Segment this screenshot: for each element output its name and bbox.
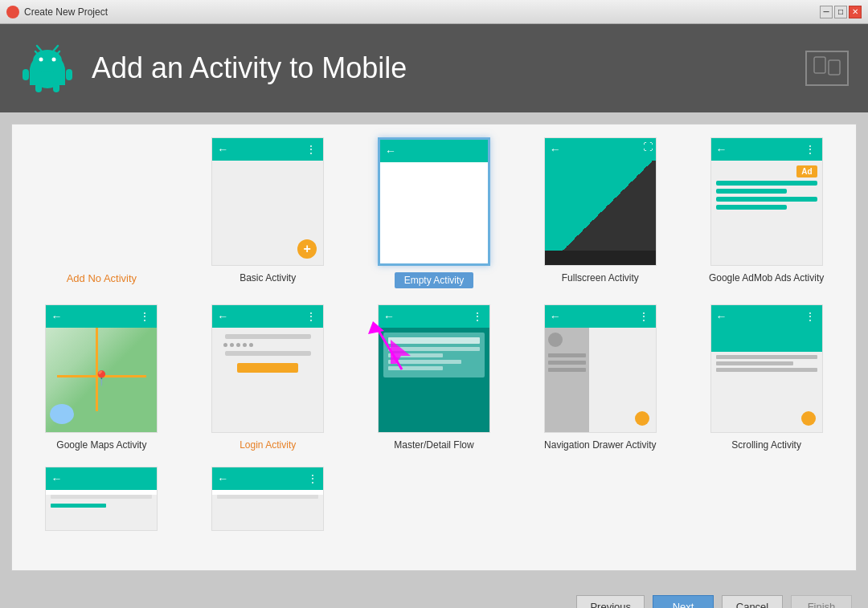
maps-header: ← ⋮ bbox=[46, 305, 157, 328]
menu-maps: ⋮ bbox=[139, 310, 152, 323]
partial-line3 bbox=[217, 495, 318, 499]
back-arrow-icon: ← bbox=[217, 143, 228, 156]
menu-p2: ⋮ bbox=[307, 472, 318, 485]
close-button[interactable]: ✕ bbox=[849, 6, 862, 18]
activity-item-login[interactable]: ← ⋮ Login Activity bbox=[191, 304, 345, 451]
master-card: ← ⋮ bbox=[378, 304, 490, 433]
minimize-button[interactable]: ─ bbox=[820, 6, 833, 18]
activity-item-admob[interactable]: ← ⋮ Ad Google AdMob Ads Activity bbox=[690, 137, 843, 288]
scroll-line1 bbox=[716, 355, 817, 359]
back-arrow-nav: ← bbox=[550, 310, 561, 323]
ad-badge: Ad bbox=[796, 165, 817, 178]
basic-activity-card: ← ⋮ + bbox=[211, 137, 324, 266]
dot3 bbox=[236, 343, 240, 347]
svg-point-14 bbox=[52, 58, 56, 62]
admob-card-body: Ad bbox=[711, 161, 822, 265]
svg-line-15 bbox=[37, 46, 42, 51]
fullscreen-activity-label: Fullscreen Activity bbox=[562, 272, 639, 284]
partial-body-1 bbox=[46, 495, 157, 531]
activity-item-fullscreen[interactable]: ← ⛶ Fullscreen Activity bbox=[523, 137, 677, 288]
back-arrow-icon-empty: ← bbox=[385, 145, 396, 157]
svg-rect-10 bbox=[35, 83, 42, 92]
back-arrow-p1: ← bbox=[51, 472, 62, 485]
map-pin-icon: 📍 bbox=[92, 369, 110, 387]
basic-card-body: + bbox=[212, 161, 323, 265]
svg-point-12 bbox=[33, 50, 62, 72]
app-icon bbox=[6, 6, 19, 18]
fs-bottom-bar bbox=[545, 251, 656, 265]
login-card-body bbox=[212, 328, 323, 432]
dot2 bbox=[230, 343, 234, 347]
svg-rect-17 bbox=[814, 57, 825, 73]
empty-activity-card: ← bbox=[378, 137, 490, 266]
dot1 bbox=[223, 343, 227, 347]
navdrawer-card: ← ⋮ bbox=[544, 304, 657, 433]
activity-item-master[interactable]: ← ⋮ Master/Detail bbox=[358, 304, 511, 451]
window-title: Create New Project bbox=[24, 6, 820, 18]
scroll-fab bbox=[801, 411, 816, 426]
page-title: Add an Activity to Mobile bbox=[92, 51, 407, 85]
title-bar: Create New Project ─ □ ✕ bbox=[0, 0, 868, 24]
activity-item-scrolling[interactable]: ← ⋮ Scrolling Activity bbox=[690, 304, 843, 451]
previous-button[interactable]: Previous bbox=[576, 595, 645, 608]
back-arrow-scroll: ← bbox=[716, 310, 727, 323]
activity-item-partial2[interactable]: ← ⋮ bbox=[191, 467, 345, 531]
dot5 bbox=[249, 343, 253, 347]
activity-item-add-no-activity[interactable]: Add No Activity bbox=[25, 137, 178, 288]
drawer-line3 bbox=[548, 368, 586, 372]
master-label: Master/Detail Flow bbox=[394, 439, 473, 451]
add-no-activity-preview bbox=[45, 137, 158, 266]
admob-line3 bbox=[716, 197, 817, 202]
activity-item-basic[interactable]: ← ⋮ + Basic Activity bbox=[191, 137, 345, 288]
menu-nav: ⋮ bbox=[638, 310, 651, 323]
diagonal-design bbox=[545, 161, 656, 265]
finish-button[interactable]: Finish bbox=[791, 595, 852, 608]
maps-card: ← ⋮ 📍 bbox=[45, 304, 158, 433]
partial-line2 bbox=[51, 504, 106, 508]
login-dots bbox=[217, 343, 253, 347]
menu-icon: ⋮ bbox=[305, 143, 318, 156]
device-icon-box bbox=[805, 51, 849, 86]
admob-label: Google AdMob Ads Activity bbox=[709, 272, 824, 284]
android-logo bbox=[19, 40, 76, 96]
dot4 bbox=[243, 343, 247, 347]
menu-scroll: ⋮ bbox=[805, 310, 817, 323]
empty-card-body bbox=[380, 162, 488, 263]
partial-body-2 bbox=[212, 495, 323, 531]
login-input2 bbox=[225, 351, 311, 356]
drawer-line2 bbox=[548, 361, 586, 365]
admob-line2 bbox=[716, 189, 787, 194]
menu-login: ⋮ bbox=[305, 310, 318, 323]
window-controls: ─ □ ✕ bbox=[820, 6, 862, 18]
cancel-button[interactable]: Cancel bbox=[722, 595, 783, 608]
nav-drawer-panel bbox=[545, 328, 589, 432]
activity-grid-container[interactable]: Add No Activity ← ⋮ + Basic Activity ← bbox=[11, 124, 857, 571]
drawer-avatar bbox=[548, 333, 563, 347]
svg-rect-8 bbox=[23, 69, 29, 80]
login-input1 bbox=[225, 334, 311, 339]
back-arrow-login: ← bbox=[217, 310, 228, 323]
back-arrow-master: ← bbox=[383, 310, 395, 323]
maximize-button[interactable]: □ bbox=[834, 6, 847, 18]
page-header: Add an Activity to Mobile bbox=[0, 24, 868, 112]
activity-item-empty[interactable]: ← Empty Activity bbox=[358, 137, 511, 288]
menu-admob: ⋮ bbox=[805, 143, 817, 156]
scrolling-card-body bbox=[711, 328, 822, 432]
activity-item-partial1[interactable]: ← bbox=[25, 467, 178, 531]
navdrawer-card-body bbox=[545, 328, 656, 432]
fullscreen-activity-card: ← ⛶ bbox=[544, 137, 657, 266]
svg-point-13 bbox=[39, 58, 43, 62]
map-body: 📍 bbox=[46, 328, 157, 432]
next-button[interactable]: Next bbox=[653, 595, 714, 608]
back-arrow-admob: ← bbox=[716, 143, 727, 156]
scrolling-card: ← ⋮ bbox=[710, 304, 823, 433]
map-water bbox=[50, 404, 74, 424]
fab-icon: + bbox=[297, 239, 317, 259]
scroll-line3 bbox=[716, 368, 817, 372]
add-no-activity-label: Add No Activity bbox=[67, 272, 137, 284]
basic-activity-label: Basic Activity bbox=[240, 272, 296, 284]
activity-item-maps[interactable]: ← ⋮ 📍 Google Maps Activity bbox=[25, 304, 178, 451]
activity-item-navdrawer[interactable]: ← ⋮ Navigation Drawer Activity bbox=[523, 304, 677, 451]
navdrawer-label: Navigation Drawer Activity bbox=[544, 439, 656, 451]
menu-master: ⋮ bbox=[472, 310, 485, 323]
